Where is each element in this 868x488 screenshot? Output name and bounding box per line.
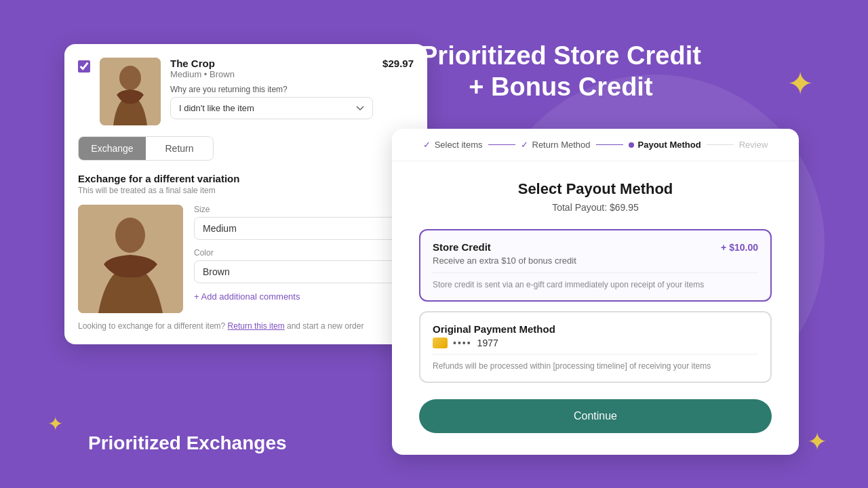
exchange-subtitle: This will be treated as a final sale ite… xyxy=(78,186,414,195)
return-reason-label: Why are you returning this item? xyxy=(170,85,373,94)
hero-line1: Prioritized Store Credit xyxy=(420,41,701,72)
tab-group: Exchange Return xyxy=(78,136,214,161)
sparkle-icon: ✦ xyxy=(787,68,814,100)
store-credit-sub: Receive an extra $10 of bonus credit xyxy=(433,256,758,266)
product-image xyxy=(100,58,161,125)
original-payment-name: Original Payment Method xyxy=(433,323,555,335)
step-payout-method: Payout Method xyxy=(629,140,701,150)
left-card: The Crop Medium • Brown Why are you retu… xyxy=(64,44,427,344)
step-label-3: Payout Method xyxy=(638,140,701,150)
product-row: The Crop Medium • Brown Why are you retu… xyxy=(78,58,414,125)
product-checkbox-wrap[interactable] xyxy=(78,60,90,75)
original-payment-desc: Refunds will be processed within [proces… xyxy=(433,354,758,371)
tab-return[interactable]: Return xyxy=(146,137,213,160)
continue-button[interactable]: Continue xyxy=(419,399,772,433)
right-card: ✓ Select items ✓ Return Method Payout Me… xyxy=(392,129,799,455)
payout-title: Select Payout Method xyxy=(419,180,772,198)
bottom-hero-text: Prioritized Exchanges xyxy=(88,432,287,454)
step-line-1 xyxy=(488,144,515,145)
color-input[interactable] xyxy=(194,260,414,283)
size-input[interactable] xyxy=(194,217,414,240)
card-chip-icon xyxy=(433,338,448,348)
step-line-2 xyxy=(596,144,623,145)
hero-line2: + Bonus Credit xyxy=(420,72,701,103)
original-payment-option[interactable]: Original Payment Method •••• 1977 Refund… xyxy=(419,311,772,383)
return-reason-select[interactable]: I didn't like the item Wrong size Defect… xyxy=(170,97,373,119)
svg-point-3 xyxy=(115,218,145,253)
product-variant: Medium • Brown xyxy=(170,69,373,79)
store-credit-desc: Store credit is sent via an e-gift card … xyxy=(433,272,758,289)
store-credit-header: Store Credit + $10.00 xyxy=(433,241,758,253)
store-credit-name: Store Credit xyxy=(433,241,491,253)
active-dot xyxy=(629,142,634,148)
payment-row: •••• 1977 xyxy=(433,338,758,348)
steps-bar: ✓ Select items ✓ Return Method Payout Me… xyxy=(392,129,799,161)
payout-total: Total Payout: $69.95 xyxy=(419,202,772,213)
product-info: The Crop Medium • Brown Why are you retu… xyxy=(170,58,373,119)
tab-exchange[interactable]: Exchange xyxy=(79,137,146,160)
step-return-method: ✓ Return Method xyxy=(521,140,591,150)
product-price: $29.97 xyxy=(382,58,414,69)
step-label-1: Select items xyxy=(435,140,483,150)
store-credit-option[interactable]: Store Credit + $10.00 Receive an extra $… xyxy=(419,229,772,302)
right-card-body: Select Payout Method Total Payout: $69.9… xyxy=(392,161,799,455)
store-credit-bonus: + $10.00 xyxy=(721,242,758,253)
size-label: Size xyxy=(194,205,414,214)
card-last4: 1977 xyxy=(477,338,498,348)
add-comments-link[interactable]: + Add additional comments xyxy=(194,291,414,302)
product-checkbox[interactable] xyxy=(78,60,90,73)
svg-point-1 xyxy=(119,66,141,90)
check-icon-2: ✓ xyxy=(521,140,528,150)
color-field-group: Color xyxy=(194,248,414,283)
payout-total-amount: $69.95 xyxy=(610,202,639,213)
exchange-title: Exchange for a different variation xyxy=(78,173,414,184)
sparkle-icon-right: ✦ xyxy=(807,430,827,454)
sparkle-icon-bottom: ✦ xyxy=(47,415,63,434)
looking-text: Looking to exchange for a different item… xyxy=(78,321,414,331)
color-label: Color xyxy=(194,248,414,258)
step-review: Review xyxy=(739,140,768,150)
step-select-items: ✓ Select items xyxy=(423,140,483,150)
step-label-2: Return Method xyxy=(532,140,591,150)
original-payment-header: Original Payment Method xyxy=(433,323,758,335)
step-label-4: Review xyxy=(739,140,768,150)
exchange-content: Size Color + Add additional comments xyxy=(78,205,414,313)
card-dots: •••• xyxy=(453,338,472,348)
product-name: The Crop xyxy=(170,58,373,69)
return-this-item-link[interactable]: Return this item xyxy=(228,321,285,331)
hero-text: Prioritized Store Credit + Bonus Credit xyxy=(420,41,701,102)
step-line-3 xyxy=(707,144,734,145)
payout-total-label: Total Payout: xyxy=(552,202,607,213)
exchange-fields: Size Color + Add additional comments xyxy=(194,205,414,313)
check-icon-1: ✓ xyxy=(423,140,431,150)
size-field-group: Size xyxy=(194,205,414,240)
exchange-image xyxy=(78,205,183,313)
